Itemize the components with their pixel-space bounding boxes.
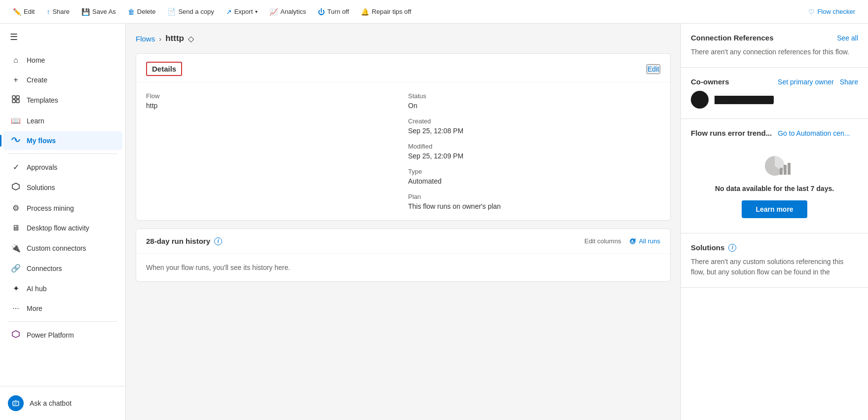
svg-rect-3 bbox=[16, 100, 19, 103]
diamond-icon: ◇ bbox=[188, 34, 194, 43]
created-label: Created bbox=[408, 117, 660, 125]
sidebar-item-learn[interactable]: 📖 Learn bbox=[3, 111, 122, 130]
svg-marker-5 bbox=[12, 183, 19, 190]
details-edit-button[interactable]: Edit bbox=[646, 64, 660, 74]
sidebar-item-create[interactable]: + Create bbox=[3, 71, 122, 89]
details-card-header: Details Edit bbox=[136, 54, 670, 82]
status-value: On bbox=[408, 102, 660, 110]
edit-button[interactable]: ✏️ Edit bbox=[8, 5, 39, 19]
save-as-icon: 💾 bbox=[81, 8, 90, 16]
toolbar-right: ♡ Flow checker bbox=[803, 5, 860, 19]
connectors-icon: 🔗 bbox=[11, 264, 21, 273]
breadcrumb-flows-link[interactable]: Flows bbox=[136, 35, 155, 43]
svg-point-4 bbox=[15, 139, 17, 141]
right-panel: Connection References See all There aren… bbox=[680, 24, 868, 420]
automation-center-link[interactable]: Go to Automation cen... bbox=[778, 129, 850, 137]
edit-columns-button[interactable]: Edit columns bbox=[584, 237, 621, 245]
solutions-panel-header: Solutions i bbox=[691, 243, 858, 252]
svg-rect-0 bbox=[12, 96, 15, 99]
details-card-body: Flow http Status On Created Sep 25, 12:0… bbox=[136, 82, 670, 220]
share-button[interactable]: ↑ Share bbox=[41, 5, 75, 19]
sidebar-item-connectors[interactable]: 🔗 Connectors bbox=[3, 259, 122, 278]
more-icon: ··· bbox=[11, 304, 21, 313]
edit-icon: ✏️ bbox=[13, 8, 21, 16]
see-all-button[interactable]: See all bbox=[837, 34, 858, 42]
sidebar-item-templates[interactable]: Templates bbox=[3, 90, 122, 110]
content-area: Flows › htttp ◇ Details Edit Flow http bbox=[126, 24, 868, 420]
export-button[interactable]: ↗ Export ▾ bbox=[221, 5, 263, 19]
custom-connectors-icon: 🔌 bbox=[11, 243, 21, 253]
send-copy-icon: 📄 bbox=[167, 8, 176, 16]
turn-off-button[interactable]: ⏻ Turn off bbox=[313, 5, 354, 19]
save-as-button[interactable]: 💾 Save As bbox=[76, 5, 121, 19]
templates-icon bbox=[11, 95, 21, 105]
co-owners-title: Co-owners bbox=[691, 77, 729, 86]
sidebar-item-ai-hub[interactable]: ✦ AI hub bbox=[3, 279, 122, 298]
svg-marker-6 bbox=[12, 331, 19, 338]
connection-references-title: Connection References bbox=[691, 34, 774, 42]
send-copy-button[interactable]: 📄 Send a copy bbox=[162, 5, 219, 19]
flow-checker-button[interactable]: ♡ Flow checker bbox=[803, 5, 860, 19]
connection-references-section: Connection References See all There aren… bbox=[681, 24, 868, 68]
hamburger-button[interactable]: ☰ bbox=[8, 30, 20, 44]
flow-label: Flow bbox=[146, 92, 398, 100]
sidebar-item-custom-connectors[interactable]: 🔌 Custom connectors bbox=[3, 238, 122, 258]
analytics-button[interactable]: 📈 Analytics bbox=[264, 5, 311, 19]
delete-button[interactable]: 🗑 Delete bbox=[123, 5, 161, 19]
status-detail: Status On bbox=[408, 92, 660, 110]
repair-tips-button[interactable]: 🔔 Repair tips off bbox=[356, 5, 416, 19]
my-flows-icon bbox=[11, 136, 21, 145]
plus-icon: + bbox=[11, 76, 21, 84]
solutions-info-icon[interactable]: i bbox=[728, 244, 736, 252]
sidebar-item-approvals[interactable]: ✓ Approvals bbox=[3, 157, 122, 177]
sidebar-item-power-platform[interactable]: Power Platform bbox=[3, 325, 122, 345]
co-owners-share-button[interactable]: Share bbox=[840, 78, 858, 86]
sidebar-header: ☰ bbox=[0, 24, 125, 50]
details-title: Details bbox=[146, 62, 182, 76]
svg-rect-7 bbox=[13, 401, 19, 406]
solutions-panel-text: There aren't any custom solutions refere… bbox=[691, 257, 858, 277]
ask-chatbot-item[interactable]: Ask a chatbot bbox=[0, 390, 125, 416]
type-value: Automated bbox=[408, 177, 660, 185]
type-detail: Type Automated bbox=[408, 168, 660, 185]
run-history-info-icon[interactable]: i bbox=[214, 237, 222, 245]
set-primary-owner-button[interactable]: Set primary owner bbox=[778, 78, 834, 86]
details-card: Details Edit Flow http Status On C bbox=[136, 53, 671, 221]
all-runs-button[interactable]: All runs bbox=[629, 237, 660, 245]
run-history-title: 28-day run history i bbox=[146, 237, 222, 245]
sidebar: ☰ ⌂ Home + Create Templates 📖 Learn My f… bbox=[0, 24, 126, 420]
learn-more-button[interactable]: Learn more bbox=[742, 200, 807, 218]
process-mining-icon: ⚙ bbox=[11, 203, 21, 213]
created-value: Sep 25, 12:08 PM bbox=[408, 127, 660, 135]
run-history-card: 28-day run history i Edit columns All ru… bbox=[136, 229, 671, 282]
sidebar-bottom: Ask a chatbot bbox=[0, 386, 125, 420]
error-trend-section: Flow runs error trend... Go to Automatio… bbox=[681, 119, 868, 233]
status-label: Status bbox=[408, 92, 660, 100]
chart-icon bbox=[759, 152, 791, 180]
co-owners-header: Co-owners Set primary owner Share bbox=[691, 77, 858, 86]
svg-rect-1 bbox=[16, 96, 19, 99]
error-trend-title: Flow runs error trend... bbox=[691, 129, 772, 137]
type-label: Type bbox=[408, 168, 660, 175]
sidebar-divider-2 bbox=[8, 321, 117, 322]
solutions-panel-section: Solutions i There aren't any custom solu… bbox=[681, 233, 868, 288]
sidebar-item-desktop-flow-activity[interactable]: 🖥 Desktop flow activity bbox=[3, 219, 122, 237]
refresh-icon bbox=[629, 238, 636, 245]
sidebar-divider-1 bbox=[8, 153, 117, 154]
breadcrumb: Flows › htttp ◇ bbox=[136, 34, 671, 43]
modified-label: Modified bbox=[408, 143, 660, 150]
sidebar-item-solutions[interactable]: Solutions bbox=[3, 178, 122, 197]
modified-value: Sep 25, 12:09 PM bbox=[408, 152, 660, 160]
sidebar-item-home[interactable]: ⌂ Home bbox=[3, 51, 122, 70]
sidebar-item-more[interactable]: ··· More bbox=[3, 299, 122, 318]
power-platform-icon bbox=[11, 330, 21, 340]
connection-references-text: There aren't any connection references f… bbox=[691, 47, 858, 57]
connection-references-header: Connection References See all bbox=[691, 34, 858, 42]
svg-rect-9 bbox=[784, 165, 787, 175]
sidebar-item-my-flows[interactable]: My flows bbox=[3, 131, 122, 150]
plan-label: Plan bbox=[408, 193, 660, 200]
delete-icon: 🗑 bbox=[128, 8, 135, 16]
run-history-body: When your flow runs, you'll see its hist… bbox=[136, 254, 670, 281]
sidebar-item-process-mining[interactable]: ⚙ Process mining bbox=[3, 198, 122, 218]
flow-value: http bbox=[146, 102, 398, 110]
